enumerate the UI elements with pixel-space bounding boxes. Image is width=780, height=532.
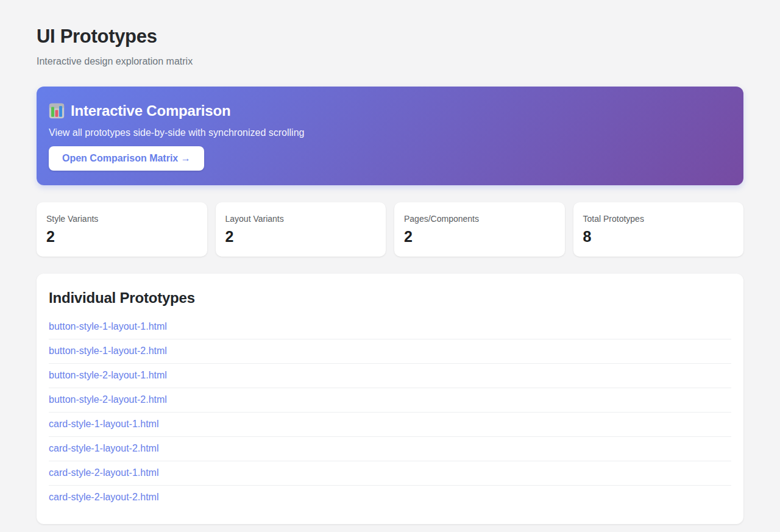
stat-value: 8	[583, 228, 734, 246]
page-title: UI Prototypes	[37, 26, 743, 48]
prototype-link[interactable]: card-style-2-layout-2.html	[49, 486, 731, 509]
list-item: card-style-2-layout-2.html	[49, 486, 731, 509]
list-item: card-style-2-layout-1.html	[49, 461, 731, 486]
list-item: button-style-2-layout-2.html	[49, 388, 731, 413]
hero-title: Interactive Comparison	[71, 102, 230, 119]
prototype-link[interactable]: button-style-2-layout-2.html	[49, 388, 731, 412]
list-item: button-style-1-layout-1.html	[49, 315, 731, 339]
individual-prototypes-panel: Individual Prototypes button-style-1-lay…	[37, 274, 743, 524]
interactive-comparison-banner: Interactive Comparison View all prototyp…	[37, 87, 743, 185]
hero-title-row: Interactive Comparison	[49, 102, 731, 119]
prototype-link[interactable]: button-style-1-layout-2.html	[49, 339, 731, 363]
prototype-link[interactable]: card-style-1-layout-2.html	[49, 437, 731, 461]
open-comparison-matrix-button[interactable]: Open Comparison Matrix →	[49, 146, 204, 171]
stat-card-total-prototypes: Total Prototypes 8	[573, 202, 744, 257]
stat-card-layout-variants: Layout Variants 2	[216, 202, 386, 257]
stat-value: 2	[225, 228, 377, 246]
prototype-link[interactable]: card-style-1-layout-1.html	[49, 413, 731, 436]
prototype-link[interactable]: button-style-2-layout-1.html	[49, 364, 731, 388]
list-item: card-style-1-layout-2.html	[49, 437, 731, 461]
prototype-list: button-style-1-layout-1.html button-styl…	[49, 315, 731, 509]
stat-card-style-variants: Style Variants 2	[37, 202, 207, 257]
stats-row: Style Variants 2 Layout Variants 2 Pages…	[37, 202, 743, 257]
page-container: UI Prototypes Interactive design explora…	[0, 0, 780, 532]
stat-label: Pages/Components	[404, 214, 555, 224]
prototype-link[interactable]: card-style-2-layout-1.html	[49, 461, 731, 485]
prototype-link[interactable]: button-style-1-layout-1.html	[49, 315, 731, 339]
stat-label: Total Prototypes	[583, 214, 734, 224]
list-item: button-style-2-layout-1.html	[49, 364, 731, 388]
list-item: card-style-1-layout-1.html	[49, 413, 731, 437]
stat-label: Layout Variants	[225, 214, 377, 224]
hero-description: View all prototypes side-by-side with sy…	[49, 127, 731, 138]
individual-prototypes-heading: Individual Prototypes	[49, 289, 731, 307]
stat-card-pages-components: Pages/Components 2	[394, 202, 565, 257]
stat-label: Style Variants	[46, 214, 197, 224]
bar-chart-icon	[49, 103, 65, 119]
stat-value: 2	[404, 228, 555, 246]
stat-value: 2	[46, 228, 197, 246]
list-item: button-style-1-layout-2.html	[49, 339, 731, 364]
page-subtitle: Interactive design exploration matrix	[37, 56, 743, 67]
